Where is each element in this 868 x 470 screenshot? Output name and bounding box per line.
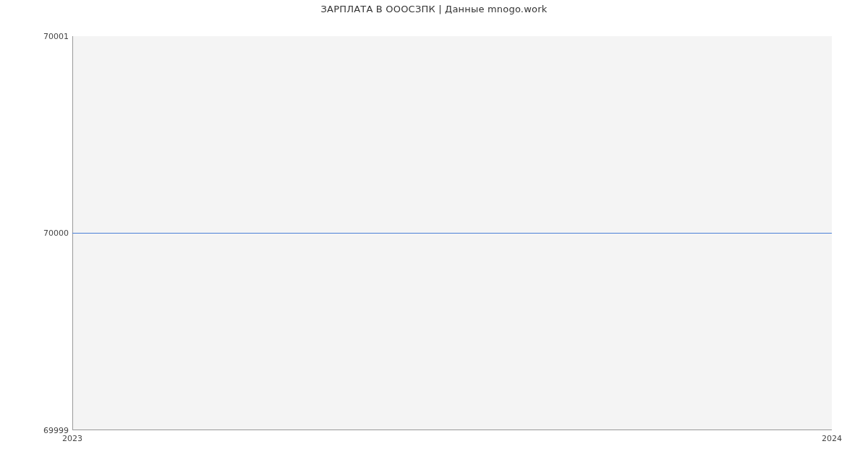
ytick-mid: 70000 bbox=[43, 228, 69, 238]
xtick-end: 2024 bbox=[822, 434, 842, 443]
xtick-start: 2023 bbox=[62, 434, 82, 443]
chart-title: ЗАРПЛАТА В ОООСЗПК | Данные mnogo.work bbox=[0, 4, 868, 14]
chart-container: ЗАРПЛАТА В ОООСЗПК | Данные mnogo.work 7… bbox=[0, 0, 868, 470]
data-line bbox=[72, 233, 832, 234]
ytick-max: 70001 bbox=[43, 32, 69, 41]
